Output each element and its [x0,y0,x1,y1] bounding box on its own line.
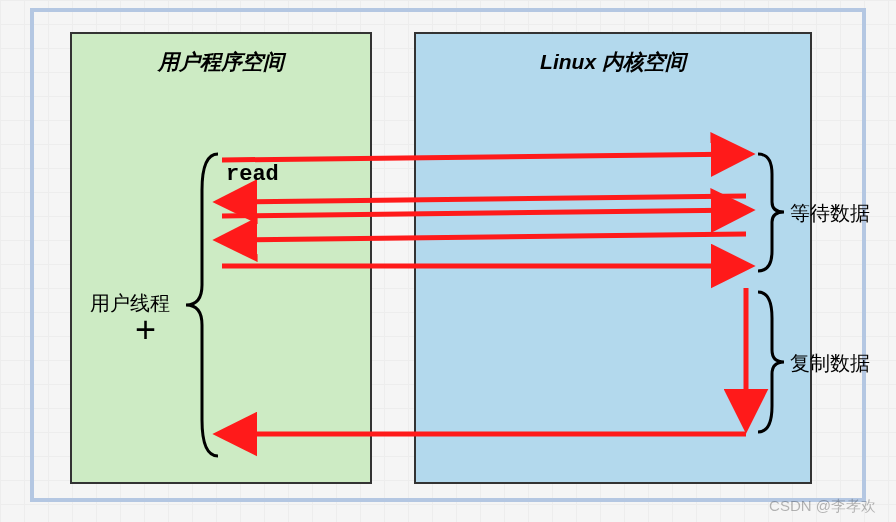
kernel-space-box: Linux 内核空间 [414,32,812,484]
user-space-title: 用户程序空间 [72,48,370,76]
wait-data-label: 等待数据 [790,200,870,227]
copy-data-label: 复制数据 [790,350,870,377]
crosshair-icon: + [135,312,156,348]
watermark: CSDN @李孝欢 [769,497,876,516]
kernel-space-title: Linux 内核空间 [416,48,810,76]
read-call-label: read [226,162,279,187]
user-thread-label: 用户线程 [90,290,170,317]
user-space-box: 用户程序空间 [70,32,372,484]
